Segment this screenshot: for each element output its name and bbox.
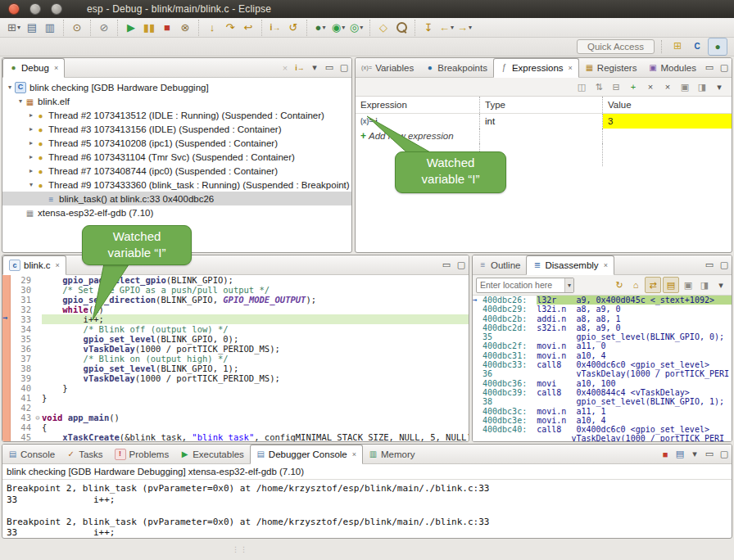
tree-item-launch-config[interactable]: ▾Cblink checking [GDB Hardware Debugging…	[2, 80, 351, 94]
dropdown-arrow-icon[interactable]: ▾	[451, 25, 454, 31]
view-menu-icon[interactable]: ▾	[307, 61, 322, 75]
code-line-30[interactable]: 30 /* Set the GPIO as a push/pull output…	[2, 285, 469, 295]
tab-console[interactable]: ▤Console	[2, 445, 61, 463]
remove-expression-icon[interactable]: ×	[643, 79, 658, 94]
disassembly-instruction-line[interactable]: 400dbc29: l32i.n a8, a9, 0	[473, 305, 732, 314]
resume-button[interactable]: ▶	[117, 20, 140, 36]
add-new-expression-row[interactable]: +Add new expression	[356, 129, 732, 143]
tree-item-thread-5[interactable]: ▸●Thread #5 1073410208 (ipc1) (Suspended…	[2, 136, 351, 150]
dropdown-arrow-icon[interactable]: ▾	[17, 25, 20, 31]
tree-expander-icon[interactable]: ▾	[27, 181, 35, 188]
code-line-35[interactable]: 35 gpio_set_level(BLINK_GPIO, 0);	[2, 334, 469, 344]
drop-to-frame-button[interactable]: ↺	[284, 20, 302, 36]
run-button[interactable]: ◉▾	[329, 20, 347, 36]
disconnect-button[interactable]: ⊗	[176, 20, 194, 36]
dropdown-arrow-icon[interactable]: ▾	[360, 25, 363, 31]
breakpoint-marker-column[interactable]: →	[2, 314, 11, 324]
column-header-expression[interactable]: Expression	[356, 97, 480, 113]
save-button[interactable]: ▤	[23, 20, 41, 36]
minimize-view-icon[interactable]: ▭	[702, 447, 717, 462]
pin-view-icon[interactable]: ◨	[697, 278, 712, 292]
show-source-icon[interactable]: ▤	[663, 277, 679, 293]
home-icon[interactable]: ⌂	[628, 278, 643, 292]
tab-disassembly[interactable]: ≣Disassembly×	[526, 255, 614, 275]
code-line-31[interactable]: 31 gpio_set_direction(BLINK_GPIO, GPIO_M…	[2, 295, 469, 305]
tree-expander-icon[interactable]: ▸	[27, 139, 35, 147]
view-menu-icon[interactable]: ▾	[712, 79, 727, 94]
disassembly-instruction-line[interactable]: 400dbc2b: addi.n a8, a8, 1	[473, 314, 732, 323]
new-button[interactable]: ⊞▾	[5, 20, 23, 36]
maximize-view-icon[interactable]: ▢	[717, 61, 732, 75]
save-all-button[interactable]: ▥	[41, 20, 59, 36]
tab-executables[interactable]: ▶Executables	[174, 445, 250, 463]
tab-close-icon[interactable]: ×	[56, 261, 60, 269]
dropdown-arrow-icon[interactable]: ▾	[322, 25, 325, 31]
disassembly-source-line[interactable]: vTaskDelay(1000 / portTICK_PERI	[473, 434, 732, 442]
add-expression-icon[interactable]: +	[626, 79, 641, 94]
disassembly-instruction-line[interactable]: 400dbc3c: movi.n a11, 1	[473, 407, 732, 416]
tree-expander-icon[interactable]: ▸	[27, 125, 35, 133]
tab-blink-c[interactable]: cblink.c×	[2, 255, 66, 275]
console-output[interactable]: Breakpoint 2, blink_task (pvParameter=0x…	[2, 480, 732, 539]
tree-item-gdb-process[interactable]: ▦xtensa-esp32-elf-gdb (7.10)	[2, 205, 351, 219]
code-line-42[interactable]: 42	[2, 403, 469, 413]
open-element-button[interactable]: ◇	[369, 20, 392, 36]
remove-all-expressions-icon[interactable]: ×	[660, 79, 675, 94]
new-expressions-view-icon[interactable]: ▣	[677, 79, 692, 94]
tab-close-icon[interactable]: ×	[604, 261, 608, 269]
window-close-button[interactable]	[8, 3, 20, 15]
back-button[interactable]: ←▾	[437, 20, 455, 36]
display-selected-console-icon[interactable]: ▤	[673, 447, 687, 462]
instruction-stepping-button[interactable]: i→	[261, 20, 284, 36]
minimize-view-icon[interactable]: ▭	[702, 258, 717, 273]
tab-problems[interactable]: !Problems	[109, 445, 175, 463]
tree-expander-icon[interactable]: ▾	[16, 97, 25, 105]
code-line-40[interactable]: 40 }	[2, 383, 469, 393]
tab-close-icon[interactable]: ×	[54, 64, 58, 72]
status-bar-handle[interactable]: ⋮⋮	[232, 545, 248, 553]
quick-access-button[interactable]: Quick Access	[577, 39, 655, 54]
dropdown-arrow-icon[interactable]: ▾	[469, 25, 472, 31]
code-line-39[interactable]: 39 vTaskDelay(1000 / portTICK_PERIOD_MS)…	[2, 373, 469, 383]
column-header-type[interactable]: Type	[480, 97, 603, 113]
code-line-36[interactable]: 36 vTaskDelay(1000 / portTICK_PERIOD_MS)…	[2, 344, 469, 354]
tab-memory[interactable]: ▥Memory	[363, 445, 421, 463]
suspend-button[interactable]: ▮▮	[140, 20, 158, 36]
tree-item-thread-9[interactable]: ▾●Thread #9 1073433360 (blink_task : Run…	[2, 178, 351, 192]
expression-row[interactable]: (x)=iint3	[356, 114, 732, 129]
tab-registers[interactable]: ▦Registers	[579, 58, 643, 77]
minimize-view-icon[interactable]: ▭	[322, 61, 337, 75]
tree-expander-icon[interactable]: ▸	[27, 111, 35, 119]
show-types-icon[interactable]: ◫	[574, 79, 589, 94]
pin-view-icon[interactable]: ◨	[695, 79, 709, 94]
tree-expander-icon[interactable]: ▾	[6, 84, 14, 91]
debug-perspective-button[interactable]: ●	[708, 38, 727, 56]
code-line-32[interactable]: 32 while(1)	[2, 305, 469, 314]
tree-item-program[interactable]: ▾▦blink.elf	[2, 94, 351, 108]
tab-close-icon[interactable]: ×	[569, 64, 573, 72]
step-into-button[interactable]: ↓	[198, 20, 221, 36]
external-tools-button[interactable]: ◎▾	[347, 20, 365, 36]
forward-button[interactable]: →▾	[455, 20, 473, 36]
window-minimize-button[interactable]	[29, 3, 41, 15]
code-line-29[interactable]: 29 gpio_pad_select_gpio(BLINK_GPIO);	[2, 275, 469, 285]
refresh-icon[interactable]: ↻	[612, 278, 627, 292]
disassembly-instruction-line[interactable]: →400dbc26: l32r a9, 0x400d045c <_stext+1…	[473, 296, 732, 305]
disassembly-instruction-line[interactable]: 400dbc33: call8 0x400dc6c0 <gpio_set_lev…	[473, 360, 732, 369]
tab-debug[interactable]: ●Debug×	[2, 58, 65, 78]
maximize-view-icon[interactable]: ▢	[337, 61, 351, 75]
tab-breakpoints[interactable]: ●Breakpoints	[419, 58, 493, 77]
console-menu-icon[interactable]: ▾	[687, 447, 702, 462]
build-button[interactable]: ⊙	[63, 20, 86, 36]
tab-debugger-console[interactable]: ▤Debugger Console×	[250, 445, 363, 464]
sync-with-selection-icon[interactable]: ⇄	[645, 277, 661, 293]
tab-tasks[interactable]: ✓Tasks	[61, 445, 108, 463]
code-line-43[interactable]: 43⊖void app_main()	[2, 413, 469, 422]
disassembly-instruction-line[interactable]: 400dbc3e: movi.n a10, 4	[473, 416, 732, 425]
show-logical-structure-icon[interactable]: ⇅	[591, 79, 606, 94]
tree-item-thread-2[interactable]: ▸●Thread #2 1073413512 (IDLE : Running) …	[2, 108, 351, 122]
new-view-icon[interactable]: ▣	[681, 278, 695, 292]
tree-expander-icon[interactable]: ▸	[27, 167, 35, 174]
disassembly-instruction-line[interactable]: 400dbc2f: movi.n a11, 0	[473, 341, 732, 350]
debug-button[interactable]: ●▾	[306, 20, 329, 36]
